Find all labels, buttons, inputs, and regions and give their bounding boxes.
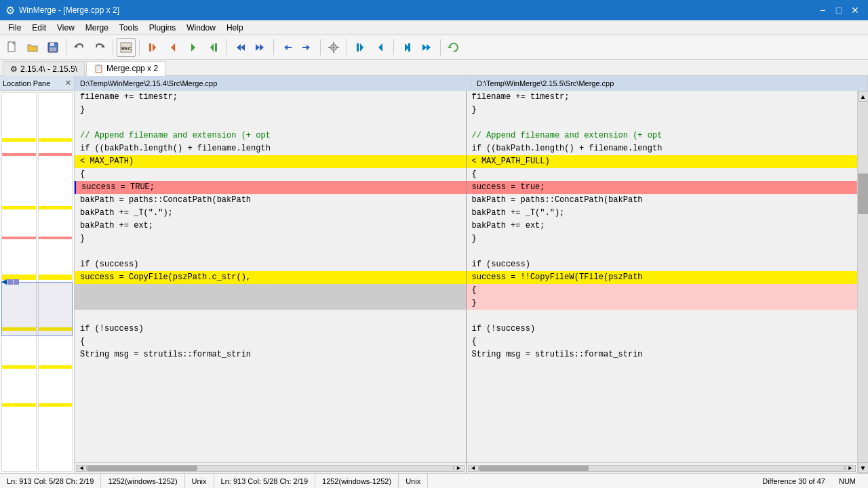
copy-to-right-button[interactable] (251, 38, 270, 57)
num-label: NUM (839, 477, 856, 485)
location-pane-header: Location Pane ✕ (0, 76, 74, 91)
toolbar: REC (0, 35, 868, 60)
right-scrollbar-x[interactable]: ◀ ▶ (467, 462, 858, 473)
pos-bar (7, 279, 13, 285)
svg-marker-14 (237, 44, 241, 51)
code-line: success = CopyFile(pszPath.c_str(), (75, 271, 466, 284)
code-line: if (success) (75, 258, 466, 271)
code-line: < MAX_PATH) (75, 155, 466, 168)
menu-plugins[interactable]: Plugins (144, 22, 181, 34)
vertical-scrollbar[interactable]: ▲ ▼ (857, 91, 868, 473)
titlebar-left: ⚙ WinMerge - [Merge.cpp x 2] (5, 4, 119, 17)
left-scroll-track[interactable] (87, 465, 454, 472)
prev-diff-button[interactable] (163, 38, 182, 57)
app-icon: ⚙ (5, 4, 15, 17)
merge-right-button[interactable] (298, 38, 317, 57)
left-code-content[interactable]: filename += timestr; } // Append filenam… (75, 91, 466, 462)
loc-marker-r-yellow-6 (39, 403, 73, 407)
svg-marker-20 (307, 45, 310, 50)
options-button[interactable] (324, 38, 343, 57)
vs-down[interactable]: ▼ (858, 462, 869, 473)
merge-left-button[interactable] (277, 38, 296, 57)
left-scrollbar-x[interactable]: ◀ ▶ (75, 462, 466, 473)
undo-button[interactable] (70, 38, 89, 57)
copy-to-left-button[interactable] (231, 38, 250, 57)
diff-indicator: Difference 30 of 47 NUM (755, 477, 868, 485)
left-file-path: D:\Temp\WinMerge\2.15.4\Src\Merge.cpp (80, 79, 217, 87)
first-file-button[interactable] (351, 38, 370, 57)
sep3 (139, 39, 140, 56)
left-code-pane[interactable]: filename += timestr; } // Append filenam… (75, 91, 466, 473)
right-file-path: D:\Temp\WinMerge\2.15.5\Src\Merge.cpp (477, 79, 614, 87)
code-line: bakPath += ext; (75, 220, 466, 232)
code-line (75, 297, 466, 310)
code-line: if ((bakPath.length() + filename.length (75, 142, 466, 155)
code-area: D:\Temp\WinMerge\2.15.4\Src\Merge.cpp D:… (75, 76, 868, 473)
svg-rect-9 (149, 43, 151, 52)
vs-up[interactable]: ▲ (858, 91, 869, 102)
last-diff-button[interactable] (204, 38, 223, 57)
code-line: // Append filename and extension (+ opt (467, 129, 858, 142)
code-line: bakPath += _T("."); (75, 207, 466, 220)
svg-marker-17 (256, 44, 260, 51)
first-diff-button[interactable] (143, 38, 162, 57)
code-line: bakPath = paths::ConcatPath(bakPath (467, 194, 858, 207)
location-pane-label: Location Pane (3, 79, 50, 87)
svg-point-23 (332, 46, 335, 49)
tab-folder[interactable]: ⚙ 2.15.4\ - 2.15.5\ (3, 61, 85, 76)
open-button[interactable] (23, 38, 42, 57)
right-code-pane[interactable]: filename += timestr; } // Append filenam… (466, 91, 858, 473)
code-line: // Append filename and extension (+ opt (75, 129, 466, 142)
svg-text:REC: REC (121, 46, 132, 51)
next-file-button[interactable] (397, 38, 416, 57)
svg-rect-13 (215, 43, 217, 52)
minimize-button[interactable]: − (815, 3, 830, 18)
close-button[interactable]: ✕ (848, 3, 863, 18)
tab-file[interactable]: 📋 Merge.cpp x 2 (86, 61, 165, 76)
panes-container: filename += timestr; } // Append filenam… (75, 91, 868, 473)
code-line: } (467, 104, 858, 117)
right-scroll-right[interactable]: ▶ (845, 465, 856, 472)
file-tab-label: Merge.cpp x 2 (106, 64, 158, 73)
file-tab-icon: 📋 (94, 64, 104, 73)
code-line: } (467, 297, 858, 310)
svg-marker-28 (360, 43, 363, 52)
sep8 (393, 39, 394, 56)
right-scroll-left[interactable]: ◀ (468, 465, 479, 472)
left-scroll-left[interactable]: ◀ (76, 465, 87, 472)
location-pane-close-button[interactable]: ✕ (65, 79, 71, 87)
menubar: File Edit View Merge Tools Plugins Windo… (0, 20, 868, 35)
menu-merge[interactable]: Merge (80, 22, 114, 34)
redo-button[interactable] (90, 38, 109, 57)
sep5 (273, 39, 274, 56)
left-encoding: 1252(windows-1252) (101, 474, 184, 488)
main-area: Location Pane ✕ (0, 76, 868, 473)
svg-rect-32 (408, 43, 410, 52)
menu-edit[interactable]: Edit (26, 22, 52, 34)
save-button[interactable] (43, 38, 62, 57)
left-line-col: Ln: 913 Col: 5/28 Ch: 2/19 (0, 474, 101, 488)
code-line: bakPath += ext; (467, 220, 858, 232)
vs-thumb[interactable] (858, 174, 868, 214)
menu-view[interactable]: View (52, 22, 80, 34)
code-line: bakPath += _T("."); (467, 207, 858, 220)
right-scroll-thumb[interactable] (479, 466, 589, 471)
new-button[interactable] (3, 38, 22, 57)
menu-file[interactable]: File (3, 22, 26, 34)
folder-tab-icon: ⚙ (10, 64, 18, 74)
last-file-button[interactable] (418, 38, 437, 57)
menu-tools[interactable]: Tools (114, 22, 144, 34)
next-diff-button[interactable] (184, 38, 203, 57)
menu-help[interactable]: Help (221, 22, 249, 34)
vs-track[interactable] (858, 102, 868, 462)
rec-button[interactable]: REC (117, 38, 136, 57)
left-eol: Unix (185, 474, 214, 488)
right-scroll-track[interactable] (479, 465, 846, 472)
menu-window[interactable]: Window (181, 22, 221, 34)
prev-file-button[interactable] (371, 38, 390, 57)
maximize-button[interactable]: □ (831, 3, 846, 18)
refresh-button[interactable] (444, 38, 463, 57)
right-code-content[interactable]: filename += timestr; } // Append filenam… (467, 91, 858, 462)
left-scroll-right[interactable]: ▶ (454, 465, 465, 472)
left-scroll-thumb[interactable] (87, 466, 197, 471)
